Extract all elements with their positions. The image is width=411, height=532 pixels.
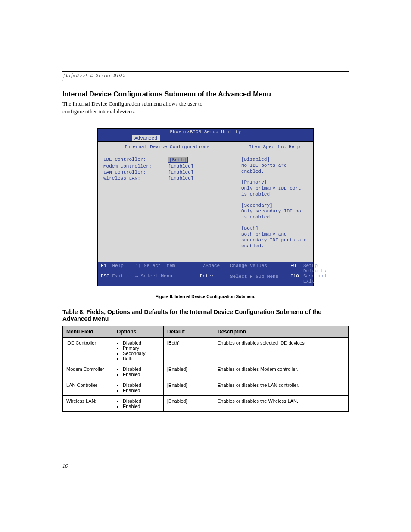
bios-field-row[interactable]: IDE Controller:[Both] [103,157,230,163]
table-header: Default [164,326,214,338]
option-item: Enabled [123,404,160,409]
cell-options: DisabledPrimarySecondaryBoth [113,338,164,364]
table-header: Menu Field [63,326,113,338]
cell-options: DisabledEnabled [113,396,164,412]
bios-help-body: Only primary IDE port is enabled. [241,186,308,198]
option-item: Primary [123,345,160,351]
bios-left-pane-title: Internal Device Configurations [98,142,236,152]
option-item: Enabled [123,372,160,377]
key-f9: F9 [290,263,303,274]
option-item: Disabled [123,398,160,404]
bios-field-value[interactable]: [Both] [168,157,188,163]
label-save-exit: Save and Exit [303,274,326,284]
option-item: Disabled [123,340,160,345]
page-number: 16 [62,463,68,470]
bios-menu-bar: Advanced [98,135,313,142]
option-item: Disabled [123,367,160,372]
bios-field-row[interactable]: LAN Controller:[Enabled] [103,170,230,175]
table-row: IDE Controller:DisabledPrimarySecondaryB… [63,338,349,364]
cell-description: Enables or disables the Wireless LAN. [214,396,349,412]
bios-field-label: Wireless LAN: [103,176,168,181]
bios-screenshot: PhoenixBIOS Setup Utility Advanced Inter… [97,128,314,286]
label-exit: Exit [112,274,123,279]
bios-help-heading: [Disabled] [241,157,308,163]
cell-description: Enables or disables selected IDE devices… [214,338,349,364]
bios-help-block: [Disabled]No IDE ports are enabled. [241,157,308,174]
header-wedge-icon [62,72,65,84]
bios-help-heading: [Both] [241,226,308,232]
bios-field-value[interactable]: [Enabled] [168,170,193,175]
option-item: Disabled [123,383,160,388]
cell-default: [Enabled] [164,364,214,380]
bios-footer: F1 Help ↑↓ Select Item -/Space Change Va… [98,262,313,286]
cell-description: Enables or disables Modem controller. [214,364,349,380]
nav-updown-icon: ↑↓ [135,263,141,268]
options-table: Menu FieldOptionsDefaultDescription IDE … [62,326,349,412]
key-esc: ESC [101,274,109,279]
bios-field-value[interactable]: [Enabled] [168,176,193,181]
cell-menu-field: Modem Controller [63,364,113,380]
table-row: Modem ControllerDisabledEnabled[Enabled]… [63,364,349,380]
label-help: Help [112,263,123,268]
running-header: LifeBook E Series BIOS [62,71,349,78]
bios-help-heading: [Primary] [241,180,308,186]
key-f1: F1 [101,263,106,268]
label-select-item: Select Item [144,263,175,268]
cell-menu-field: Wireless LAN: [63,396,113,412]
cell-options: DisabledEnabled [113,380,164,396]
bios-field-row[interactable]: Wireless LAN:[Enabled] [103,176,230,181]
bios-help-block: [Primary]Only primary IDE port is enable… [241,180,308,197]
bios-field-label: IDE Controller: [103,157,168,163]
cell-default: [Enabled] [164,396,214,412]
bios-field-value[interactable]: [Enabled] [168,164,193,169]
figure-caption: Figure 8. Internal Device Configuration … [62,294,349,299]
cell-menu-field: LAN Controller [63,380,113,396]
bios-left-pane: Internal Device Configurations IDE Contr… [98,142,236,262]
bios-title-bar: PhoenixBIOS Setup Utility [98,129,313,135]
bios-help-block: [Both]Both primary and secondary IDE por… [241,226,308,249]
bios-help-body: Only secondary IDE port is enabled. [241,208,308,221]
option-item: Secondary [123,351,160,356]
bios-help-pane: Item Specific Help [Disabled]No IDE port… [236,142,313,262]
key-minus-space: -/Space [200,263,230,274]
nav-leftright-icon: ↔ [135,274,138,279]
label-change-values: Change Values [230,263,290,274]
cell-options: DisabledEnabled [113,364,164,380]
bios-field-label: Modem Controller: [103,164,168,169]
table-header: Options [113,326,164,338]
cell-menu-field: IDE Controller: [63,338,113,364]
label-select-menu: Select Menu [141,274,172,279]
table-title: Table 8: Fields, Options and Defaults fo… [62,308,349,322]
table-row: Wireless LAN:DisabledEnabled[Enabled]Ena… [63,396,349,412]
label-select-submenu: Select ▶ Sub-Menu [230,274,290,284]
key-enter: Enter [200,274,230,284]
table-header: Description [214,326,349,338]
bios-help-body: No IDE ports are enabled. [241,163,308,175]
bios-field-row[interactable]: Modem Controller:[Enabled] [103,164,230,169]
intro-paragraph: The Internal Device Configuration submen… [62,100,209,115]
table-row: LAN ControllerDisabledEnabled[Enabled]En… [63,380,349,396]
bios-help-heading: [Secondary] [241,203,308,209]
bios-help-block: [Secondary]Only secondary IDE port is en… [241,203,308,221]
option-item: Enabled [123,388,160,393]
bios-help-body: Both primary and secondary IDE ports are… [241,232,308,249]
running-header-text: LifeBook E Series BIOS [66,73,126,78]
bios-field-label: LAN Controller: [103,170,168,175]
cell-description: Enables or disables the LAN controller. [214,380,349,396]
key-f10: F10 [290,274,303,284]
section-heading: Internal Device Configurations Submenu o… [62,90,349,98]
cell-default: [Enabled] [164,380,214,396]
label-setup-defaults: Setup Defaults [303,263,326,274]
cell-default: [Both] [164,338,214,364]
bios-help-pane-title: Item Specific Help [236,142,313,152]
option-item: Both [123,356,160,361]
bios-tab-advanced[interactable]: Advanced [132,135,160,141]
